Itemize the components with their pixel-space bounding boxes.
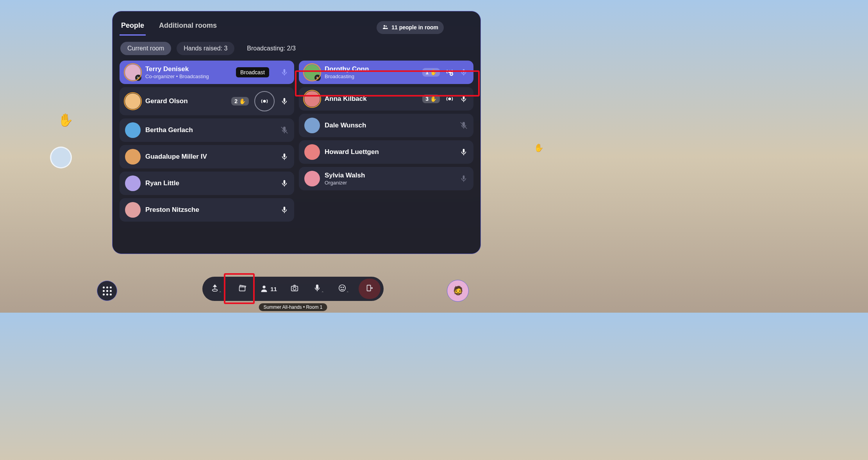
svg-rect-8 bbox=[284, 180, 286, 184]
person-info: Sylvia Walsh Organizer bbox=[325, 172, 455, 186]
svg-rect-7 bbox=[284, 154, 286, 158]
tab-people[interactable]: People bbox=[120, 19, 146, 36]
people-column-left: Terry Denisek Co-organizer • Broadcastin… bbox=[120, 61, 294, 222]
session-label: Summer All-hands • Room 1 bbox=[259, 303, 327, 311]
hand-raised-badge: 2 ✋ bbox=[231, 97, 249, 106]
people-icon bbox=[382, 24, 388, 31]
person-card[interactable]: Terry Denisek Co-organizer • Broadcastin… bbox=[120, 61, 294, 84]
person-card[interactable]: Howard Luettgen bbox=[299, 140, 473, 164]
mic-button[interactable]: ⌃ bbox=[308, 279, 331, 299]
svg-point-4 bbox=[263, 100, 266, 102]
mic-icon[interactable] bbox=[459, 95, 468, 103]
mic-muted-icon[interactable] bbox=[280, 126, 289, 134]
person-name: Ryan Little bbox=[145, 179, 275, 187]
person-card[interactable]: Anna Kilback 3 ✋ bbox=[299, 87, 473, 111]
person-name: Howard Luettgen bbox=[325, 148, 455, 156]
people-column-right: Dorothy Conn Broadcasting 1 ✋ Anna Kilba… bbox=[299, 61, 473, 222]
person-info: Dorothy Conn Broadcasting bbox=[325, 65, 418, 79]
teleport-button[interactable]: ⌃ bbox=[205, 279, 229, 299]
person-subtitle: Organizer bbox=[325, 180, 455, 186]
card-actions bbox=[280, 68, 289, 77]
svg-point-19 bbox=[212, 289, 217, 292]
hand-raised-badge: 3 ✋ bbox=[422, 95, 440, 103]
avatar bbox=[304, 118, 320, 133]
broadcast-button[interactable] bbox=[254, 91, 275, 111]
person-name: Dale Wunsch bbox=[325, 122, 455, 129]
person-info: Gerard Olson bbox=[145, 97, 227, 105]
filter-bar: Current room Hands raised: 3 Broadcastin… bbox=[113, 39, 480, 61]
svg-rect-24 bbox=[316, 285, 318, 289]
tab-bar: People Additional rooms bbox=[120, 19, 369, 36]
raised-hand-icon: ✋ bbox=[58, 113, 73, 127]
stop-broadcast-icon[interactable] bbox=[445, 68, 454, 77]
person-name: Preston Nitzsche bbox=[145, 206, 275, 214]
people-grid: Terry Denisek Co-organizer • Broadcastin… bbox=[113, 61, 480, 222]
svg-rect-15 bbox=[463, 96, 465, 100]
person-card[interactable]: Gerard Olson 2 ✋ bbox=[120, 87, 294, 115]
people-panel: People Additional rooms 11 people in roo… bbox=[112, 11, 481, 254]
avatar bbox=[125, 64, 141, 80]
person-name: Dorothy Conn bbox=[325, 65, 418, 73]
filter-broadcasting[interactable]: Broadcasting: 2/3 bbox=[240, 42, 303, 55]
self-avatar[interactable]: 🧔 bbox=[447, 280, 469, 302]
mic-muted-icon[interactable] bbox=[459, 121, 468, 130]
raised-hand-icon: ✋ bbox=[534, 143, 544, 152]
svg-rect-18 bbox=[463, 175, 465, 179]
avatar bbox=[304, 91, 320, 107]
svg-rect-5 bbox=[284, 98, 286, 102]
mic-icon[interactable] bbox=[280, 97, 289, 106]
leave-icon bbox=[365, 284, 374, 294]
person-name: Gerard Olson bbox=[145, 97, 227, 105]
filter-current-room[interactable]: Current room bbox=[120, 42, 171, 55]
person-card[interactable]: Bertha Gerlach bbox=[120, 118, 294, 142]
room-count-text: 11 people in room bbox=[391, 24, 438, 30]
chevron-up-icon: ⌃ bbox=[346, 291, 349, 295]
avatar bbox=[125, 202, 141, 218]
avatar bbox=[125, 175, 141, 191]
person-icon bbox=[260, 284, 268, 294]
mic-icon[interactable] bbox=[280, 206, 289, 214]
leave-button[interactable] bbox=[359, 279, 380, 299]
svg-point-27 bbox=[343, 287, 343, 288]
camera-icon bbox=[290, 284, 299, 294]
person-name: Anna Kilback bbox=[325, 95, 418, 103]
scenes-button[interactable] bbox=[230, 279, 254, 299]
panel-header: People Additional rooms 11 people in roo… bbox=[113, 11, 480, 39]
person-card[interactable]: Sylvia Walsh Organizer bbox=[299, 167, 473, 190]
person-subtitle: Broadcasting bbox=[325, 73, 418, 79]
scene-avatar-bubble bbox=[50, 147, 72, 168]
mic-icon[interactable] bbox=[459, 148, 468, 156]
tab-additional-rooms[interactable]: Additional rooms bbox=[157, 19, 218, 36]
broadcast-icon[interactable] bbox=[445, 95, 454, 103]
close-button[interactable] bbox=[459, 22, 470, 33]
reactions-button[interactable]: ⌃ bbox=[333, 279, 356, 299]
tooltip-broadcast: Broadcast bbox=[236, 67, 269, 77]
mic-icon[interactable] bbox=[459, 68, 468, 77]
mic-icon[interactable] bbox=[280, 152, 289, 161]
apps-launcher-button[interactable] bbox=[97, 281, 117, 301]
filter-hands-raised[interactable]: Hands raised: 3 bbox=[177, 42, 234, 55]
person-card[interactable]: Guadalupe Miller IV bbox=[120, 145, 294, 168]
person-name: Sylvia Walsh bbox=[325, 172, 455, 179]
mic-icon[interactable] bbox=[459, 174, 468, 183]
person-card[interactable]: Dale Wunsch bbox=[299, 114, 473, 137]
avatar bbox=[304, 64, 320, 80]
emoji-icon bbox=[338, 284, 346, 294]
mic-icon[interactable] bbox=[280, 68, 289, 77]
svg-point-1 bbox=[386, 25, 387, 27]
people-button[interactable]: 11 bbox=[255, 279, 281, 299]
mic-icon[interactable] bbox=[280, 179, 289, 188]
card-actions: 2 ✋ bbox=[231, 91, 289, 111]
person-card[interactable]: Dorothy Conn Broadcasting 1 ✋ bbox=[299, 61, 473, 84]
control-bar: ⌃ 11 ⌃ ⌃ bbox=[202, 277, 384, 301]
hand-raised-badge: 1 ✋ bbox=[422, 68, 440, 77]
svg-rect-28 bbox=[367, 285, 371, 291]
broadcast-badge-icon bbox=[135, 75, 141, 81]
clapperboard-icon bbox=[238, 284, 246, 294]
svg-rect-20 bbox=[239, 287, 245, 291]
person-card[interactable]: Ryan Little bbox=[120, 172, 294, 195]
camera-button[interactable] bbox=[283, 279, 306, 299]
svg-point-14 bbox=[448, 98, 451, 100]
room-count-badge[interactable]: 11 people in room bbox=[377, 21, 444, 34]
person-card[interactable]: Preston Nitzsche bbox=[120, 198, 294, 222]
